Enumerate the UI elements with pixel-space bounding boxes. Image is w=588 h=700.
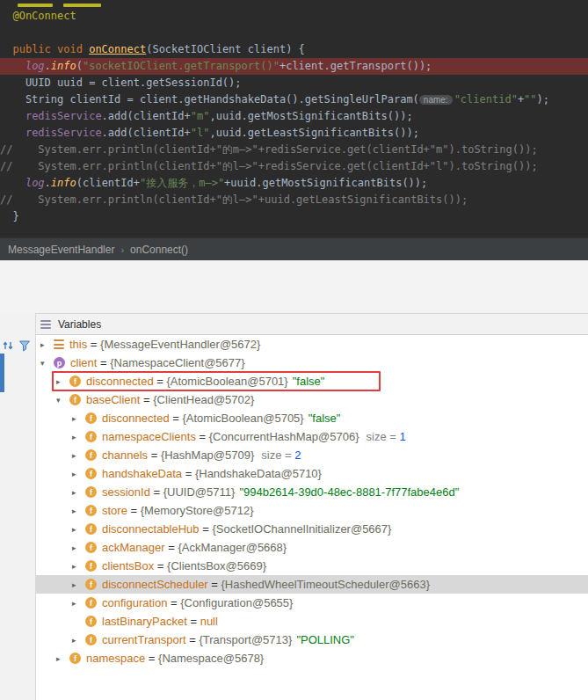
code-token: UUID uuid = client.getSessionId(); <box>0 77 242 89</box>
variable-row[interactable]: ▸fdisconnectableHub = {SocketIOChannelIn… <box>0 520 588 538</box>
code-token: (clientId+ <box>76 177 140 189</box>
parameter-hint-chip: name: <box>419 95 453 105</box>
breadcrumb-method[interactable]: onConnect() <box>130 244 188 256</box>
chevron-right-icon[interactable]: ▸ <box>72 636 85 645</box>
chevron-right-icon[interactable]: ▸ <box>56 654 69 663</box>
code-token: onConnect <box>89 43 146 55</box>
code-line: redisService.add(clientId+"l",uuid.getLe… <box>0 125 588 142</box>
code-token: ,uuid.getLeastSignificantBits()); <box>209 127 418 139</box>
chevron-right-icon[interactable]: ▸ <box>40 340 54 349</box>
chevron-down-icon[interactable]: ▾ <box>56 396 69 405</box>
chevron-right-icon[interactable]: ▸ <box>72 488 85 497</box>
variable-row-content: ▸fackManager = {AckManager@5668} <box>72 539 287 556</box>
variable-type-ref: {ConcurrentHashMap@5706} <box>209 430 359 443</box>
chevron-right-icon[interactable]: ▸ <box>72 470 85 478</box>
toolwindow-stripe-indicator <box>0 354 4 392</box>
variable-row[interactable]: ▸fchannels = {HashMap@5709}size = 2 <box>0 446 588 464</box>
variable-type-ref: {MemoryStore@5712} <box>141 504 254 517</box>
variables-tab[interactable]: Variables <box>58 318 101 331</box>
variable-row-content: ▸fclientsBox = {ClientsBox@5669} <box>72 558 266 574</box>
chevron-right-icon[interactable]: ▸ <box>56 377 69 386</box>
variable-row[interactable]: ▸fnamespaceClients = {ConcurrentHashMap@… <box>0 427 588 446</box>
variable-row[interactable]: ▸this = {MessageEventHandler@5672} <box>0 335 588 354</box>
equals-sign: = <box>148 448 161 462</box>
code-token: redisService <box>25 127 102 139</box>
code-token <box>0 110 25 122</box>
variable-string-value: "false" <box>293 375 325 388</box>
variable-string-value: "false" <box>309 412 341 425</box>
chevron-right-icon[interactable]: ▸ <box>72 525 85 534</box>
collection-size: size = 2 <box>261 448 301 462</box>
code-token: ( <box>76 60 83 72</box>
code-line: redisService.add(clientId+"m",uuid.getMo… <box>0 108 588 125</box>
chevron-right-icon[interactable]: ▸ <box>72 599 85 608</box>
chevron-right-icon[interactable]: ▸ <box>72 433 85 441</box>
variable-row[interactable]: ▸fhandshakeData = {HandshakeData@5710} <box>0 464 588 483</box>
variable-row[interactable]: ▸fdisconnected = {AtomicBoolean@5705}"fa… <box>0 409 588 427</box>
code-token: log <box>25 177 45 189</box>
variable-row[interactable]: ▸fdisconnected = {AtomicBoolean@5701}"fa… <box>0 372 588 390</box>
equals-sign: = <box>150 485 163 499</box>
variable-name: sessionId <box>102 485 150 499</box>
variable-row[interactable]: ▸fconfiguration = {Configuration@5655} <box>0 594 588 612</box>
equals-sign: = <box>145 652 158 665</box>
equals-sign: = <box>127 504 141 517</box>
variable-row[interactable]: ▸fnamespace = {Namespace@5678} <box>0 649 588 667</box>
equals-sign: = <box>196 430 209 443</box>
clipped-code-line <box>0 0 588 8</box>
chevron-right-icon[interactable]: ▸ <box>72 507 85 515</box>
chevron-right-icon[interactable]: ▸ <box>72 543 85 552</box>
code-token: "l" <box>191 127 210 139</box>
equals-sign: = <box>208 578 221 591</box>
filter-icon[interactable] <box>18 339 31 352</box>
variable-name: currentTransport <box>102 633 186 646</box>
code-token: "" <box>524 93 536 106</box>
clipped-code-fragment <box>63 4 101 7</box>
code-area: @OnConnect public void onConnect(SocketI… <box>0 0 588 225</box>
equals-sign: = <box>186 633 200 646</box>
variable-row-content: ▸fchannels = {HashMap@5709}size = 2 <box>72 447 301 463</box>
variable-name: lastBinaryPacket <box>102 615 187 628</box>
variable-row[interactable]: ▸fstore = {MemoryStore@5712} <box>0 501 588 520</box>
breadcrumb-class[interactable]: MessageEventHandler <box>8 244 114 256</box>
equals-sign: = <box>154 375 167 388</box>
equals-sign: = <box>140 393 153 406</box>
variable-name: store <box>102 504 127 517</box>
variable-name: disconnected <box>86 375 154 388</box>
field-icon: f <box>69 376 81 387</box>
equals-sign: = <box>187 615 200 628</box>
code-line: log.info(clientId+"接入服务，m—>"+uuid.getMos… <box>0 175 588 192</box>
variables-tab-icon <box>40 320 51 329</box>
variable-string-value: "994b2614-39d0-48ec-8881-7f77fabe4e6d" <box>239 485 459 499</box>
chevron-right-icon[interactable]: ▸ <box>72 562 85 571</box>
collection-size: size = 1 <box>367 430 406 443</box>
field-icon: f <box>85 486 97 498</box>
code-editor[interactable]: @OnConnect public void onConnect(SocketI… <box>0 0 588 237</box>
field-icon: f <box>85 597 97 609</box>
field-icon: f <box>85 431 97 442</box>
variable-row[interactable]: ▸fdisconnectScheduler = {HashedWheelTime… <box>0 575 588 594</box>
variable-row-content: ▾pclient = {NamespaceClient@5677} <box>40 354 245 371</box>
variables-panel-header: Variables <box>0 313 588 335</box>
chevron-down-icon[interactable]: ▾ <box>40 359 54 368</box>
variable-string-value: "POLLING" <box>296 633 354 646</box>
variable-row[interactable]: ▾fbaseClient = {ClientHead@5702} <box>0 390 588 409</box>
variable-row[interactable]: ▸fsessionId = {UUID@5711}"994b2614-39d0-… <box>0 483 588 501</box>
variable-name: disconnected <box>102 412 170 425</box>
variable-row[interactable]: flastBinaryPacket = null <box>0 612 588 631</box>
chevron-right-icon[interactable]: ▸ <box>72 414 85 423</box>
field-icon: f <box>85 412 97 424</box>
equals-sign: = <box>167 596 180 609</box>
chevron-right-icon[interactable]: ▸ <box>72 580 85 589</box>
variable-row[interactable]: ▸fackManager = {AckManager@5668} <box>0 538 588 557</box>
variable-row[interactable]: ▸fcurrentTransport = {Transport@5713}"PO… <box>0 631 588 649</box>
arrows-icon[interactable] <box>2 339 14 352</box>
variable-type-ref: {HashedWheelTimeoutScheduler@5663} <box>221 578 430 591</box>
variable-row-content: ▸fhandshakeData = {HandshakeData@5710} <box>72 465 322 482</box>
collapsed-panel-area <box>0 260 588 313</box>
parameter-icon: p <box>54 357 65 368</box>
variable-row[interactable]: ▾pclient = {NamespaceClient@5677} <box>0 354 588 372</box>
variable-row[interactable]: ▸fclientsBox = {ClientsBox@5669} <box>0 557 588 575</box>
code-token: .add(clientId+ <box>102 127 191 139</box>
chevron-right-icon[interactable]: ▸ <box>72 451 85 460</box>
